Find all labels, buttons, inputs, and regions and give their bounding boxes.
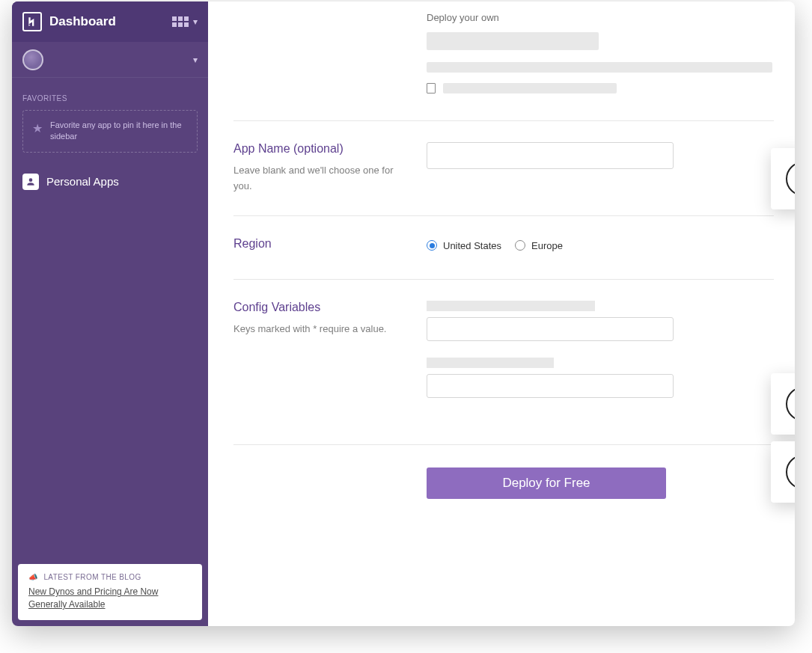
star-icon: ★	[32, 121, 43, 135]
skeleton-config-label	[427, 358, 554, 368]
chevron-down-icon: ▾	[193, 55, 198, 65]
config-field-public-key	[427, 301, 774, 341]
deploy-button[interactable]: Deploy for Free	[427, 467, 666, 499]
config-hint: Keys marked with * require a value.	[233, 322, 412, 337]
skeleton-desc	[427, 62, 772, 73]
megaphone-icon: 📣	[28, 573, 37, 581]
config-input-public-key[interactable]	[427, 317, 674, 341]
text-cursor-icon: I	[786, 162, 795, 196]
text-cursor-icon: I	[786, 387, 795, 421]
favorites-empty-text: Favorite any app to pin it here in the s…	[50, 120, 188, 143]
main-panel: Deploy your own App Name (optional) Leav…	[208, 1, 795, 626]
section-deploy-own: Deploy your own	[233, 12, 774, 120]
region-option-eu[interactable]: Europe	[515, 240, 563, 251]
radio-icon	[515, 240, 525, 251]
blog-card[interactable]: 📣 LATEST FROM THE BLOG New Dynos and Pri…	[18, 564, 202, 620]
blog-title-link[interactable]: New Dynos and Pricing Are Now Generally …	[28, 586, 192, 611]
favorites-heading: FAVORITES	[12, 78, 208, 110]
skeleton-repo-row	[427, 83, 774, 93]
tooltip-private-key: I API Private Key	[771, 441, 795, 503]
config-field-private-key	[427, 358, 774, 398]
skeleton-repo	[443, 83, 617, 93]
heroku-logo-icon	[22, 12, 42, 31]
grid-icon	[172, 16, 189, 27]
favorites-empty-box: ★ Favorite any app to pin it here in the…	[22, 110, 198, 153]
tooltip-public-key: I API Public Key	[771, 373, 795, 435]
app-switcher-button[interactable]: ▾	[172, 16, 198, 27]
sidebar-item-label: Personal Apps	[46, 175, 119, 188]
chevron-down-icon: ▾	[193, 16, 198, 27]
text-cursor-icon: I	[786, 455, 795, 489]
deploy-own-label: Deploy your own	[427, 12, 774, 23]
app-name-hint: Leave blank and we'll choose one for you…	[233, 163, 412, 194]
skeleton-title	[427, 32, 599, 50]
tooltip-app-name: I Your app name.	[771, 148, 795, 209]
section-deploy-button: Deploy for Free	[233, 444, 774, 499]
region-label-us: United States	[443, 240, 501, 251]
config-input-private-key[interactable]	[427, 374, 674, 398]
sidebar-header: Dashboard ▾	[12, 1, 208, 42]
region-option-us[interactable]: United States	[427, 240, 501, 251]
radio-icon	[427, 240, 437, 251]
region-label-eu: Europe	[531, 240, 563, 251]
blog-heading: LATEST FROM THE BLOG	[43, 573, 141, 581]
section-app-name: App Name (optional) Leave blank and we'l…	[233, 120, 774, 215]
app-name-input[interactable]	[427, 142, 674, 169]
book-icon	[427, 83, 436, 93]
avatar	[22, 49, 43, 70]
blog-heading-row: 📣 LATEST FROM THE BLOG	[28, 573, 192, 581]
sidebar: Dashboard ▾ ▾ FAVORITES ★ Favorite any a…	[12, 1, 208, 626]
region-radio-group: United States Europe	[427, 240, 774, 251]
config-title: Config Variables	[233, 301, 412, 314]
app-name-title: App Name (optional)	[233, 142, 412, 156]
section-config-vars: Config Variables Keys marked with * requ…	[233, 279, 774, 435]
region-title: Region	[233, 237, 412, 251]
account-dropdown[interactable]: ▾	[12, 42, 208, 78]
person-icon	[22, 174, 39, 190]
sidebar-item-personal-apps[interactable]: Personal Apps	[12, 166, 208, 197]
skeleton-config-label	[427, 301, 595, 311]
app-window: Dashboard ▾ ▾ FAVORITES ★ Favorite any a…	[12, 1, 795, 626]
section-region: Region United States Europe	[233, 215, 774, 279]
brand-title: Dashboard	[49, 14, 165, 29]
